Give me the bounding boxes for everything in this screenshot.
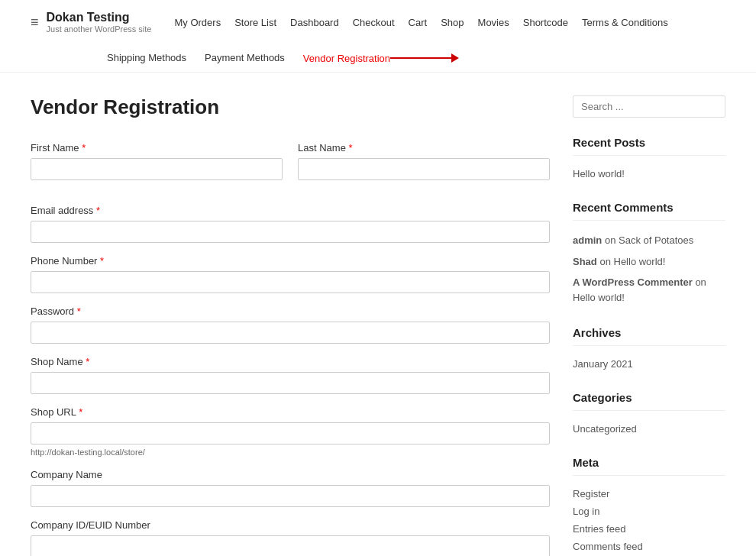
nav-checkout[interactable]: Checkout <box>353 17 395 28</box>
shop-url-input[interactable] <box>31 422 550 444</box>
page-wrapper: Vendor Registration First Name * Last Na… <box>0 73 756 556</box>
comment-on-3: on <box>695 276 706 288</box>
main-content: Vendor Registration First Name * Last Na… <box>31 95 550 556</box>
phone-label: Phone Number * <box>31 255 550 267</box>
first-name-group: First Name * <box>31 142 283 180</box>
list-item: Entries feed <box>573 520 725 538</box>
main-nav: My Orders Store List Dashboard Checkout … <box>174 17 667 28</box>
subnav-shipping-methods[interactable]: Shipping Methods <box>107 52 186 64</box>
shop-url-label: Shop URL * <box>31 406 550 418</box>
shop-url-required: * <box>79 406 82 418</box>
archive-jan-2021[interactable]: January 2021 <box>573 358 633 370</box>
comment-post-link-2[interactable]: Hello world! <box>614 256 666 267</box>
list-item: Log in <box>573 503 725 520</box>
meta-widget: Meta Register Log in Entries feed Commen… <box>573 456 725 555</box>
comment-item-3: A WordPress Commenter on Hello world! <box>573 272 725 308</box>
first-name-label: First Name * <box>31 142 283 154</box>
nav-movies[interactable]: Movies <box>478 17 509 28</box>
company-id-group: Company ID/EUID Number <box>31 519 550 556</box>
shop-url-hint: http://dokan-testing.local/store/ <box>31 448 550 457</box>
meta-comments-feed[interactable]: Comments feed <box>573 541 643 552</box>
category-uncategorized[interactable]: Uncategorized <box>573 423 637 435</box>
comment-on-2: on <box>599 256 613 267</box>
last-name-required: * <box>349 142 353 154</box>
comment-author-3: A WordPress Commenter <box>573 276 693 288</box>
list-item: Register <box>573 485 725 503</box>
comment-post-link-3[interactable]: Hello world! <box>573 292 625 303</box>
recent-posts-widget: Recent Posts Hello world! <box>573 136 725 183</box>
archives-widget: Archives January 2021 <box>573 326 725 373</box>
page-title: Vendor Registration <box>31 95 550 119</box>
meta-entries-feed[interactable]: Entries feed <box>573 523 625 535</box>
company-name-group: Company Name <box>31 469 550 507</box>
comment-author-2: Shad <box>573 256 597 267</box>
password-group: Password * <box>31 305 550 344</box>
company-name-label: Company Name <box>31 469 550 480</box>
subnav-vendor-registration[interactable]: Vendor Registration <box>303 53 390 64</box>
archives-title: Archives <box>573 326 725 346</box>
list-item: Hello world! <box>573 165 725 183</box>
company-id-input[interactable] <box>31 535 550 556</box>
categories-list: Uncategorized <box>573 420 725 438</box>
comment-post-link-1[interactable]: Sack of Potatoes <box>619 234 693 246</box>
nav-dashboard[interactable]: Dashboard <box>290 17 339 28</box>
comment-link-1: Sack of Potatoes <box>619 234 693 246</box>
site-identity: Dokan Testing Just another WordPress sit… <box>47 11 152 34</box>
archives-list: January 2021 <box>573 355 725 373</box>
password-input[interactable] <box>31 322 550 344</box>
comment-link-2: Hello world! <box>614 256 666 267</box>
nav-my-orders[interactable]: My Orders <box>174 17 221 28</box>
nav-store-list[interactable]: Store List <box>234 17 276 28</box>
arrow-head <box>451 53 459 63</box>
categories-widget: Categories Uncategorized <box>573 391 725 438</box>
shop-name-label: Shop Name * <box>31 356 550 367</box>
comment-on-1: on <box>605 234 619 246</box>
last-name-input[interactable] <box>298 158 550 180</box>
nav-cart[interactable]: Cart <box>409 17 428 28</box>
list-item: Uncategorized <box>573 420 725 438</box>
search-widget <box>573 95 725 118</box>
shop-name-group: Shop Name * <box>31 356 550 394</box>
meta-log-in[interactable]: Log in <box>573 506 599 517</box>
meta-register[interactable]: Register <box>573 488 609 499</box>
comment-author-1: admin <box>573 234 602 246</box>
site-description: Just another WordPress site <box>47 24 152 34</box>
comment-link-3: Hello world! <box>573 292 625 303</box>
site-branding: ≡ Dokan Testing Just another WordPress s… <box>31 11 151 34</box>
site-header: ≡ Dokan Testing Just another WordPress s… <box>0 0 756 73</box>
company-id-label: Company ID/EUID Number <box>31 519 550 531</box>
hamburger-icon[interactable]: ≡ <box>31 15 39 31</box>
shop-name-input[interactable] <box>31 372 550 394</box>
sidebar: Recent Posts Hello world! Recent Comment… <box>573 95 725 556</box>
subnav-payment-methods[interactable]: Payment Methods <box>205 52 285 64</box>
recent-comments-title: Recent Comments <box>573 201 725 221</box>
first-name-input[interactable] <box>31 158 283 180</box>
nav-shortcode[interactable]: Shortcode <box>523 17 568 28</box>
list-item: Comments feed <box>573 538 725 555</box>
company-name-input[interactable] <box>31 485 550 507</box>
first-name-required: * <box>82 142 86 154</box>
phone-group: Phone Number * <box>31 255 550 293</box>
nav-shop[interactable]: Shop <box>441 17 464 28</box>
list-item: January 2021 <box>573 355 725 373</box>
email-input[interactable] <box>31 221 550 243</box>
email-required: * <box>96 205 100 216</box>
vendor-registration-form: First Name * Last Name * Email address <box>31 142 550 556</box>
last-name-group: Last Name * <box>298 142 550 180</box>
nav-terms[interactable]: Terms & Conditions <box>582 17 668 28</box>
phone-required: * <box>100 255 104 267</box>
arrow-annotation <box>390 53 459 63</box>
password-label: Password * <box>31 305 550 317</box>
header-top: ≡ Dokan Testing Just another WordPress s… <box>31 0 725 44</box>
arrow-line <box>390 57 451 59</box>
recent-post-hello-world[interactable]: Hello world! <box>573 168 625 179</box>
password-required: * <box>77 305 81 317</box>
search-input[interactable] <box>573 95 725 118</box>
phone-input[interactable] <box>31 271 550 293</box>
comment-item-1: admin on Sack of Potatoes <box>573 230 725 251</box>
comment-item-2: Shad on Hello world! <box>573 251 725 273</box>
shop-url-group: Shop URL * http://dokan-testing.local/st… <box>31 406 550 457</box>
site-title: Dokan Testing <box>47 11 152 24</box>
email-label: Email address * <box>31 205 550 216</box>
shop-name-required: * <box>86 356 89 367</box>
